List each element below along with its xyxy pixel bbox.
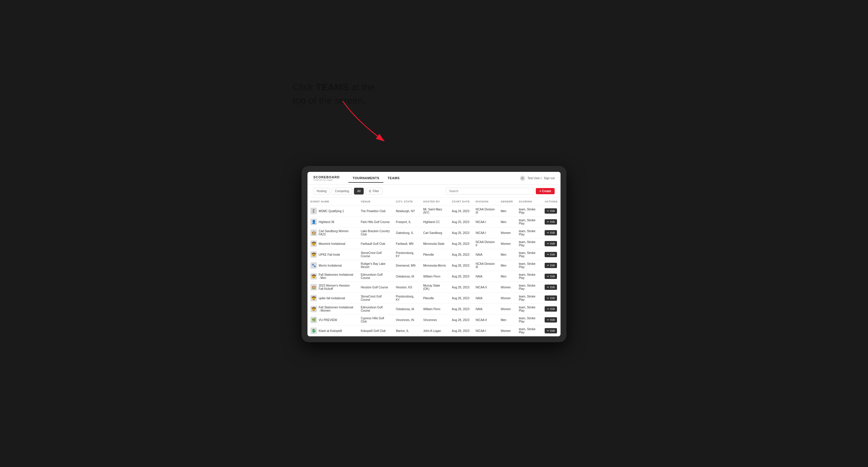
edit-button[interactable]: ✏ Edit [545,252,557,257]
logo-text: SCOREBOARD [313,176,340,179]
edit-button[interactable]: ✏ Edit [545,241,557,246]
cell-scoring: team, Stroke Play [516,325,542,336]
cell-scoring: team, Stroke Play [516,249,542,260]
table-row: 🐉 Klash at Kokopelli Kokopelli Golf Club… [308,325,560,336]
cell-actions: ✏ Edit [542,282,560,293]
cell-scoring: team, Stroke Play [516,282,542,293]
cell-event-name: 🤠 Fall Statesmen Invitational - Women [308,304,358,315]
cell-start-date: Aug 28, 2023 [449,304,473,315]
cell-gender: Men [498,206,516,217]
cell-gender: Men [498,271,516,282]
event-name-text: Maverick Invitational [319,242,345,245]
user-text: Test User | [528,177,542,180]
edit-button[interactable]: ✏ Edit [545,285,557,290]
edit-icon: ✏ [547,318,549,321]
cell-event-name: 🐾 Morris Invitational [308,260,358,271]
cell-city-state: Vincennes, IN [393,315,420,325]
signout-link[interactable]: Sign out [544,177,555,180]
event-icon: 🤠 [310,241,317,247]
cell-venue: Hesston Golf Course [358,282,393,293]
instruction-text: Click TEAMS at thetop of the screen. [293,82,375,106]
tournaments-table: EVENT NAME VENUE CITY, STATE HOSTED BY S… [308,198,560,336]
event-name-text: Carl Sandburg Women FA23 [319,229,355,236]
cell-actions: ✏ Edit [542,227,560,238]
cell-gender: Women [498,293,516,304]
cell-city-state: Freeport, IL [393,217,420,227]
nav-teams[interactable]: TEAMS [383,174,404,183]
cell-actions: ✏ Edit [542,325,560,336]
cell-venue: Park Hills Golf Course [358,217,393,227]
edit-button[interactable]: ✏ Edit [545,263,557,268]
event-name-text: UPKE Fall Invite [319,253,340,256]
event-name-text: Highland 36 [319,220,334,224]
edit-button[interactable]: ✏ Edit [545,295,557,301]
col-start-date: START DATE [449,198,473,206]
cell-start-date: Aug 28, 2023 [449,260,473,271]
col-venue: VENUE [358,198,393,206]
cell-venue: Edmundson Golf Course [358,271,393,282]
cell-scoring: team, Stroke Play [516,315,542,325]
cell-division: NAIA [472,293,498,304]
cell-hosted-by: William Penn [420,271,449,282]
cell-scoring: team, Stroke Play [516,304,542,315]
edit-button[interactable]: ✏ Edit [545,317,557,322]
cell-event-name: 🤠 upike fall invitational [308,293,358,304]
event-name-text: upike fall invitational [319,297,345,300]
cell-division: NCAA Division II [472,238,498,249]
edit-button[interactable]: ✏ Edit [545,219,557,224]
cell-actions: ✏ Edit [542,249,560,260]
nav-right: ⚙ Test User | Sign out [520,176,555,181]
cell-city-state: Hesston, KS [393,282,420,293]
cell-division: NICAA I [472,227,498,238]
event-icon: 🐾 [310,262,317,269]
cell-hosted-by: Highland CC [420,217,449,227]
cell-scoring: team, Stroke Play [516,227,542,238]
cell-division: NCAA Division III [472,206,498,217]
event-icon: 👤 [310,219,317,225]
table-row: 🤠 Fall Statesmen Invitational - Men Edmu… [308,271,560,282]
event-icon: 🏌 [310,208,317,214]
edit-button[interactable]: ✏ Edit [545,208,557,214]
settings-icon[interactable]: ⚙ [520,176,525,181]
hosting-button[interactable]: Hosting [313,188,330,194]
cell-scoring: team, Stroke Play [516,206,542,217]
cell-hosted-by: William Penn [420,304,449,315]
logo-sub: Powered by clippit [313,179,340,181]
cell-event-name: 🤠 Fall Statesmen Invitational - Men [308,271,358,282]
cell-venue: Ruttger's Bay Lake Resort [358,260,393,271]
create-button[interactable]: + Create [536,188,555,194]
all-button[interactable]: All [354,188,364,194]
col-scoring: SCORING [516,198,542,206]
col-event-name: EVENT NAME [308,198,358,206]
edit-icon: ✏ [547,297,549,300]
edit-icon: ✏ [547,210,549,213]
cell-hosted-by: John A Logan [420,325,449,336]
cell-hosted-by: Minnesota-Morris [420,260,449,271]
cell-gender: Men [498,260,516,271]
event-name-text: 2023 Women's Hesston Fall Kickoff [319,284,355,290]
edit-icon: ✏ [547,275,549,278]
cell-division: NAIA [472,249,498,260]
competing-button[interactable]: Competing [332,188,352,194]
edit-button[interactable]: ✏ Edit [545,230,557,236]
edit-button[interactable]: ✏ Edit [545,328,557,334]
cell-city-state: Oskaloosa, IA [393,304,420,315]
cell-actions: ✏ Edit [542,271,560,282]
search-input[interactable] [446,188,534,194]
edit-button[interactable]: ✏ Edit [545,274,557,279]
filter-button[interactable]: ☰ Filter [366,188,382,194]
cell-start-date: Aug 26, 2023 [449,227,473,238]
filter-icon: ☰ [369,189,371,193]
cell-start-date: Aug 28, 2023 [449,325,473,336]
cell-venue: The Powelton Club [358,206,393,217]
nav-tournaments[interactable]: TOURNAMENTS [348,174,383,183]
cell-venue: Cypress Hills Golf Club [358,315,393,325]
cell-hosted-by: Minnesota State [420,238,449,249]
cell-gender: Women [498,282,516,293]
cell-scoring: team, Stroke Play [516,293,542,304]
event-name-text: Fall Statesmen Invitational - Men [319,273,355,280]
cell-scoring: team, Stroke Play [516,238,542,249]
cell-city-state: Faribault, MN [393,238,420,249]
edit-icon: ✏ [547,253,549,256]
edit-button[interactable]: ✏ Edit [545,306,557,312]
